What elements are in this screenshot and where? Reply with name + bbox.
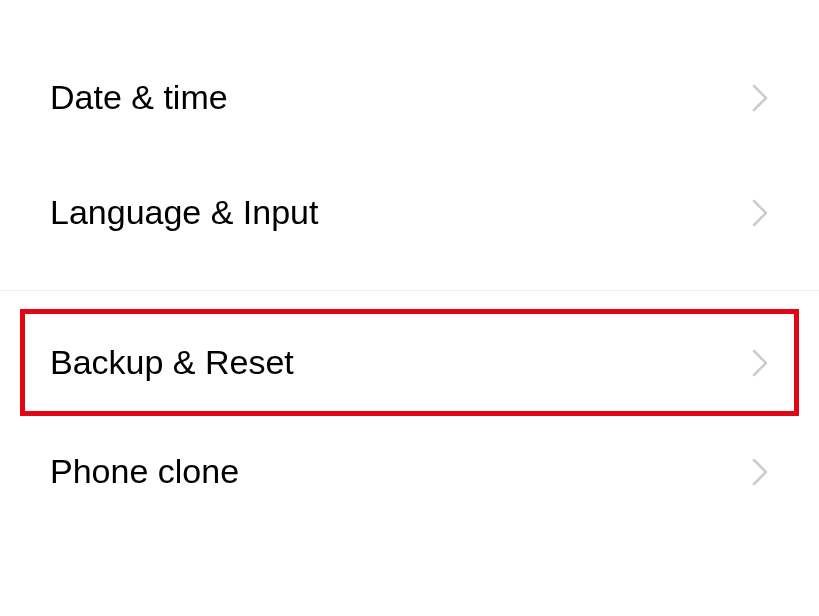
settings-label-phone-clone: Phone clone — [50, 452, 239, 491]
settings-label-backup-reset: Backup & Reset — [50, 343, 294, 382]
chevron-right-icon — [751, 348, 769, 378]
settings-item-backup-reset[interactable]: Backup & Reset — [0, 311, 819, 414]
chevron-right-icon — [751, 198, 769, 228]
settings-list: Date & time Language & Input Backup & Re… — [0, 0, 819, 529]
settings-label-language-input: Language & Input — [50, 193, 318, 232]
settings-label-date-time: Date & time — [50, 78, 228, 117]
chevron-right-icon — [751, 457, 769, 487]
settings-item-phone-clone[interactable]: Phone clone — [0, 414, 819, 529]
settings-item-language-input[interactable]: Language & Input — [0, 155, 819, 270]
chevron-right-icon — [751, 83, 769, 113]
section-divider — [0, 290, 819, 291]
settings-item-date-time[interactable]: Date & time — [0, 40, 819, 155]
